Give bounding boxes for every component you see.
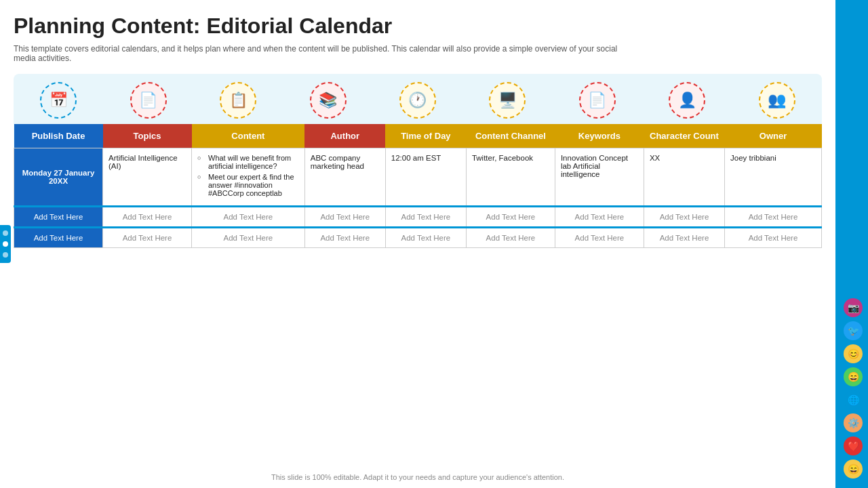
social-icons-panel: 📷 🐦 😊 😄 🌐 ⚙️ ❤️ 😄 xyxy=(844,298,863,479)
owner-placeholder-2[interactable]: Add Text Here xyxy=(725,228,822,248)
table-row: Monday 27 January 20XX Artificial Intell… xyxy=(14,148,822,207)
charcount-placeholder-1[interactable]: Add Text Here xyxy=(644,207,724,228)
icon-cell-owner: 👥 xyxy=(732,82,822,124)
charcount-cell: XX xyxy=(644,148,724,207)
icons-section: 📅 📄 📋 📚 🕐 🖥️ 📄 xyxy=(14,74,822,248)
header-topics: Topics xyxy=(103,124,192,148)
icon-cell-time: 🕐 xyxy=(373,82,462,124)
channel-placeholder-2[interactable]: Add Text Here xyxy=(466,228,555,248)
content-item-1: What will we benefit from artificial int… xyxy=(197,154,299,170)
icons-row: 📅 📄 📋 📚 🕐 🖥️ 📄 xyxy=(14,82,822,124)
content-list: What will we benefit from artificial int… xyxy=(197,154,299,197)
table-body: Monday 27 January 20XX Artificial Intell… xyxy=(14,148,822,248)
footer-text: This slide is 100% editable. Adapt it to… xyxy=(0,473,835,481)
publish-date-cell: Monday 27 January 20XX xyxy=(14,148,103,207)
page-title: Planning Content: Editorial Calendar xyxy=(14,14,822,39)
header-time: Time of Day xyxy=(385,124,466,148)
nav-dot-3[interactable] xyxy=(3,252,8,258)
content-placeholder-1[interactable]: Add Text Here xyxy=(192,207,305,228)
author-placeholder-1[interactable]: Add Text Here xyxy=(304,207,385,228)
topics-placeholder-2[interactable]: Add Text Here xyxy=(103,228,192,248)
owner-placeholder-1[interactable]: Add Text Here xyxy=(725,207,822,228)
keywords-placeholder-1[interactable]: Add Text Here xyxy=(555,207,644,228)
nav-dot-2[interactable] xyxy=(3,241,8,247)
keywords-cell: Innovation Concept lab Artificial intell… xyxy=(555,148,644,207)
topics-placeholder-1[interactable]: Add Text Here xyxy=(103,207,192,228)
author-placeholder-2[interactable]: Add Text Here xyxy=(304,228,385,248)
web-icon: 🌐 xyxy=(844,390,863,409)
publish-date-placeholder-2[interactable]: Add Text Here xyxy=(14,228,103,248)
monitor-icon: 🖥️ xyxy=(489,82,526,119)
header-owner: Owner xyxy=(725,124,822,148)
topics-cell: Artificial Intelligence (AI) xyxy=(103,148,192,207)
owner-cell: Joey tribbiani xyxy=(725,148,822,207)
clipboard-icon: 📋 xyxy=(220,82,256,119)
content-item-2: Meet our expert & find the answer #innov… xyxy=(197,173,299,197)
time-placeholder-1[interactable]: Add Text Here xyxy=(385,207,466,228)
document-icon-2: 📄 xyxy=(579,82,616,119)
icon-cell-publish: 📅 xyxy=(14,82,103,124)
header-publish: Publish Date xyxy=(14,124,103,148)
main-content: Planning Content: Editorial Calendar Thi… xyxy=(0,0,835,488)
table-row: Add Text Here Add Text Here Add Text Her… xyxy=(14,207,822,228)
clock-icon: 🕐 xyxy=(399,82,436,119)
left-nav-dots xyxy=(0,225,11,263)
header-keywords: Keywords xyxy=(555,124,644,148)
emoji-icon-2: 😄 xyxy=(844,367,863,386)
person-icon: 👤 xyxy=(669,82,705,119)
icon-cell-content: 📋 xyxy=(193,82,283,124)
icon-cell-channel: 🖥️ xyxy=(462,82,552,124)
icon-cell-topics: 📄 xyxy=(103,82,193,124)
publish-date-placeholder-1[interactable]: Add Text Here xyxy=(14,207,103,228)
document-icon-1: 📄 xyxy=(130,82,167,119)
time-cell: 12:00 am EST xyxy=(385,148,466,207)
books-icon: 📚 xyxy=(310,82,347,119)
table-header: Publish Date Topics Content Author Time … xyxy=(14,124,822,148)
page-subtitle: This template covers editorial calendars… xyxy=(14,44,624,63)
calendar-table: Publish Date Topics Content Author Time … xyxy=(14,124,822,248)
keywords-placeholder-2[interactable]: Add Text Here xyxy=(555,228,644,248)
content-placeholder-2[interactable]: Add Text Here xyxy=(192,228,305,248)
icon-cell-keywords: 📄 xyxy=(553,82,642,124)
header-channel: Content Channel xyxy=(466,124,555,148)
header-content: Content xyxy=(192,124,305,148)
twitter-icon[interactable]: 🐦 xyxy=(844,321,863,340)
emoji-icon-3: 😄 xyxy=(844,460,863,479)
table-row: Add Text Here Add Text Here Add Text Her… xyxy=(14,228,822,248)
icon-cell-charcount: 👤 xyxy=(642,82,732,124)
emoji-icon-1: 😊 xyxy=(844,344,863,363)
instagram-icon[interactable]: 📷 xyxy=(844,298,863,317)
icon-cell-author: 📚 xyxy=(283,82,372,124)
nav-dot-1[interactable] xyxy=(3,230,8,236)
channel-cell: Twitter, Facebook xyxy=(466,148,555,207)
settings-icon: ⚙️ xyxy=(844,413,863,432)
right-accent-bar: 📷 🐦 😊 😄 🌐 ⚙️ ❤️ 😄 xyxy=(835,0,868,488)
channel-placeholder-1[interactable]: Add Text Here xyxy=(466,207,555,228)
group-icon: 👥 xyxy=(759,82,795,119)
charcount-placeholder-2[interactable]: Add Text Here xyxy=(644,228,724,248)
header-charcount: Character Count xyxy=(644,124,724,148)
author-cell: ABC company marketing head xyxy=(304,148,385,207)
content-cell: What will we benefit from artificial int… xyxy=(192,148,305,207)
heart-icon: ❤️ xyxy=(844,436,863,455)
calendar-icon: 📅 xyxy=(40,82,77,119)
header-author: Author xyxy=(304,124,385,148)
time-placeholder-2[interactable]: Add Text Here xyxy=(385,228,466,248)
